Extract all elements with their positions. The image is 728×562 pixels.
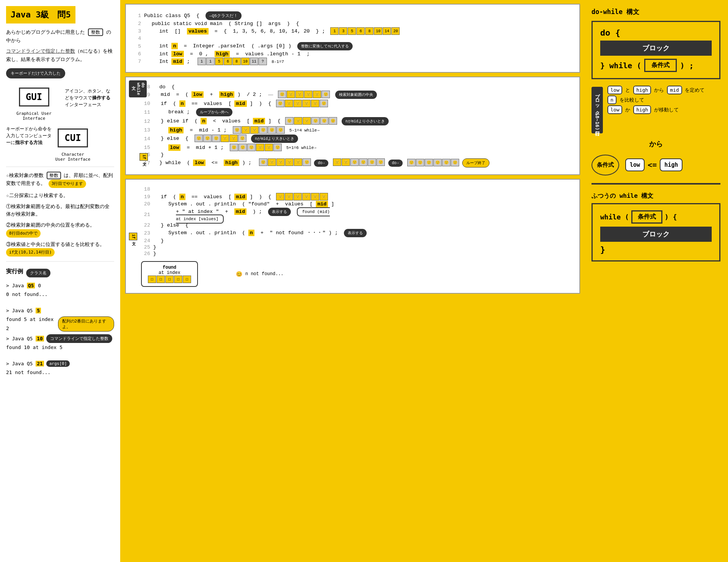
exec-title: 実行例	[6, 268, 23, 275]
code-line-22: 22 } else {	[141, 222, 573, 228]
code-line-26: 26 }	[141, 251, 573, 257]
dowhile-label: dowhile文	[129, 80, 147, 97]
if-label-bot: if文	[129, 232, 137, 240]
while-syntax-box: while ( 条件式 ) { ブロック }	[592, 203, 720, 261]
code-line-8: 8 do {	[141, 84, 573, 90]
right-panel: do-while 構文 do { ブロック } while ( 条件式 ) ; …	[584, 0, 728, 562]
cui-full-label: CharacterUser Interface	[55, 152, 91, 162]
array-note: 配列の2番目にありますよ。	[58, 316, 114, 332]
center-panel: 1 Public class Q5 { —Q5クラスだ！ 2 public st…	[121, 0, 584, 562]
exec-line-7: > Java Q5 21	[6, 359, 44, 368]
illustration-block: ブロック(8~16行目) low と high から mid を定めて n を比…	[592, 87, 720, 133]
code-line-10: 10 if ( n == values [ mid ] ) { 🙂🙂🙂 🙂🙂🙂	[141, 100, 573, 107]
block-vertical-label: ブロック(8~16行目)	[592, 87, 603, 133]
cmdline-note: コマンドラインで指定した整数	[46, 334, 112, 343]
page-title: Java 3級 問5	[6, 6, 75, 23]
cui-desc: キーボードから命令を入力してコンピューターに指示する方法	[6, 125, 52, 146]
cui-box: CUI	[58, 128, 88, 147]
code-line-16: 16 }	[141, 152, 573, 158]
code-line-3: 3 int [] values = { 1, 3, 5, 6, 8, 10, 1…	[132, 27, 573, 35]
code-line-1: 1 Public class Q5 { —Q5クラスだ！	[132, 11, 573, 20]
exec-line-6: found 10 at index 5	[6, 343, 114, 352]
code-line-19: 19 if ( n == values [ mid ] ) { 🙂🙂🙂 🙂🙂🙂	[141, 193, 573, 200]
gui-desc: アイコン、ホタン、などをマウスで操作するインターフェース	[65, 88, 114, 108]
code-line-5: 5 int n = Integer .parseInt ( .args [0] …	[132, 42, 573, 50]
joken-oval: 条件式	[592, 155, 619, 175]
code-line-12: 12 } else if ( n < values [ mid ] { 🙂🙂🙂 …	[141, 117, 573, 125]
code-section-bot: if文 18 19 if ( n == values [ mid ] ) { 🙂…	[125, 179, 580, 294]
block-label: ブロック	[600, 41, 712, 56]
gui-box: do { GUI	[19, 88, 49, 106]
exec-line-1: > Java Q5 0	[6, 281, 114, 290]
exec-line-2: 0 not found...	[6, 290, 114, 299]
while-condition-line: } while ( 条件式 ) ;	[600, 59, 712, 72]
code-line-25: 25 }	[141, 244, 573, 250]
exec-line-5: > Java Q5 10	[6, 334, 44, 343]
desc-from: low と high から mid を定めて	[607, 87, 704, 94]
code-section-top: 1 Public class Q5 { —Q5クラスだ！ 2 public st…	[125, 4, 580, 73]
gui-full-label: Graphical User Interface	[6, 111, 62, 121]
args-bubble: args[0]	[46, 360, 70, 367]
class-label: クラス名	[26, 269, 50, 277]
code-line-15: 15 low = mid + 1 ; 🙂🙂🙂 🙂🙂🙂 5+1=6 while→	[141, 144, 573, 151]
code-line-4: 4	[132, 36, 573, 41]
kara-label: から	[592, 139, 720, 149]
if-label: if文	[140, 153, 148, 161]
illustration-content: low と high から mid を定めて n を比較して low か hig…	[607, 87, 704, 133]
result-visuals: found at index □□□ □□ 😊 n not found...	[141, 261, 573, 287]
code-line-21: 21 + " at index " + mid ) ; 表示する found (…	[141, 208, 573, 222]
code-line-6: 6 int low = 0 , high = values .length - …	[132, 51, 573, 57]
code-line-11: 11 break ; ループから→外へ	[141, 108, 573, 116]
execution-section: 実行例 クラス名 > Java Q5 0 0 not found... > Ja…	[6, 268, 114, 377]
code-line-17: 17 } while ( low <= high ) ; 🙂🙂🙂 🙂🙂🙂 do→…	[141, 158, 573, 168]
code-line-7: 7 Int mid ; 1 1 5 6 8 10 11 ? 8-1=7	[132, 58, 573, 65]
code-line-14: 14 } else { 🙂🙂🙂 🙂🙂🙂 nがmidより大きいとき	[141, 135, 573, 143]
code-line-24: 24 }	[141, 238, 573, 244]
condition-desc: 条件式 low <= high	[592, 155, 720, 175]
star-section-2: ☆二分探索により検索する。 ①検索対象範囲を定める。最初は配列変数の全体が検索対…	[6, 192, 114, 257]
code-line-13: 13 high = mid - 1 ; 🙂🙂🙂 🙂🙂🙂 5-1=4 while→	[141, 126, 573, 134]
do-open: do {	[600, 28, 712, 38]
code-line-9: 9 mid = ( low + high ) / 2 ; —— 🙂🙂🙂 🙂🙂🙂 …	[141, 91, 573, 99]
code-line-18: 18	[141, 186, 573, 192]
dowhile-syntax-box: do { ブロック } while ( 条件式 ) ;	[592, 21, 720, 79]
code-line-20: 20 System . out . println ( "found" + va…	[141, 201, 573, 207]
intro-text: あらかじめプログラム中に用意した 整数 の中から	[6, 28, 114, 45]
condition-formula: low <= high	[625, 158, 682, 171]
desc-move: low か high が移動して	[607, 106, 704, 113]
while-normal-title: ふつうの while 構文	[592, 192, 720, 200]
exec-line-8: 21 not found...	[6, 368, 114, 377]
code-line-2: 2 public static void main ( String [] ar…	[132, 21, 573, 27]
dowhile-title: do-while 構文	[592, 8, 720, 16]
left-panel: Java 3級 問5 あらかじめプログラム中に用意した 整数 の中から コマンド…	[0, 0, 121, 562]
code-section-mid: dowhile文 8 do { 9 mid = ( low + high ) /…	[125, 77, 580, 175]
cmd-line-desc: コマンドラインで指定した整数（nになる）を検索し、結果を表示するプログラム。	[6, 47, 114, 64]
exec-line-3: > Java Q5 5	[6, 306, 114, 315]
cui-section: キーボードから命令を入力してコンピューターに指示する方法 CUI Charact…	[6, 125, 114, 162]
star-section-1: ☆検索対象の整数 整数 は、昇順に並べ、配列変数で用意する。 3行目でやります	[6, 172, 114, 188]
while-header: while ( 条件式 ) {	[600, 210, 712, 224]
while-close: }	[600, 245, 712, 254]
gui-section: do { GUI Graphical User Interface アイコン、ホ…	[6, 85, 114, 121]
keyboard-bubble: キーボードだけで入力した	[6, 68, 65, 78]
exec-line-4: found 5 at index 2	[6, 315, 55, 333]
code-line-23: 23 System . out . println ( n + " not fo…	[141, 229, 573, 237]
desc-n: n を比較して	[607, 97, 704, 103]
while-block-label: ブロック	[600, 227, 712, 242]
